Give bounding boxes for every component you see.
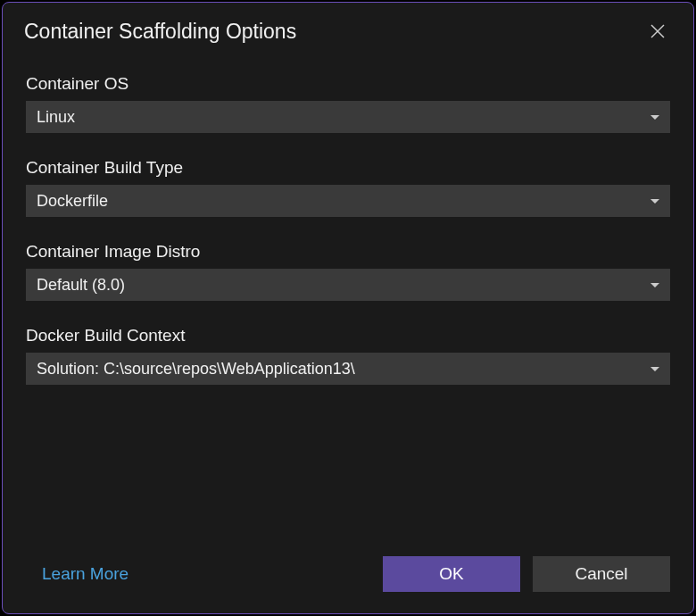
dialog-title: Container Scaffolding Options	[24, 20, 296, 44]
build-type-value: Dockerfile	[37, 192, 108, 211]
build-type-dropdown[interactable]: Dockerfile	[26, 185, 670, 217]
image-distro-value: Default (8.0)	[37, 276, 125, 295]
image-distro-label: Container Image Distro	[26, 242, 670, 262]
build-context-value: Solution: C:\source\repos\WebApplication…	[37, 360, 355, 379]
close-icon	[650, 23, 666, 39]
cancel-button[interactable]: Cancel	[533, 556, 670, 592]
container-scaffolding-dialog: Container Scaffolding Options Container …	[2, 2, 694, 614]
field-container-os: Container OS Linux	[26, 74, 670, 133]
field-build-type: Container Build Type Dockerfile	[26, 158, 670, 217]
build-context-dropdown[interactable]: Solution: C:\source\repos\WebApplication…	[26, 353, 670, 385]
dialog-footer: Learn More OK Cancel	[3, 540, 693, 613]
container-os-dropdown[interactable]: Linux	[26, 101, 670, 133]
build-context-label: Docker Build Context	[26, 326, 670, 345]
container-os-value: Linux	[37, 108, 75, 127]
field-image-distro: Container Image Distro Default (8.0)	[26, 242, 670, 301]
container-os-label: Container OS	[26, 74, 670, 94]
ok-button[interactable]: OK	[383, 556, 520, 592]
field-build-context: Docker Build Context Solution: C:\source…	[26, 326, 670, 385]
footer-buttons: OK Cancel	[383, 556, 670, 592]
chevron-down-icon	[650, 115, 659, 120]
build-type-label: Container Build Type	[26, 158, 670, 178]
close-button[interactable]	[643, 17, 672, 46]
titlebar: Container Scaffolding Options	[3, 3, 693, 53]
image-distro-dropdown[interactable]: Default (8.0)	[26, 269, 670, 301]
learn-more-link[interactable]: Learn More	[42, 564, 128, 584]
chevron-down-icon	[650, 199, 659, 204]
chevron-down-icon	[650, 367, 659, 371]
dialog-content: Container OS Linux Container Build Type …	[3, 53, 693, 540]
chevron-down-icon	[650, 283, 659, 287]
